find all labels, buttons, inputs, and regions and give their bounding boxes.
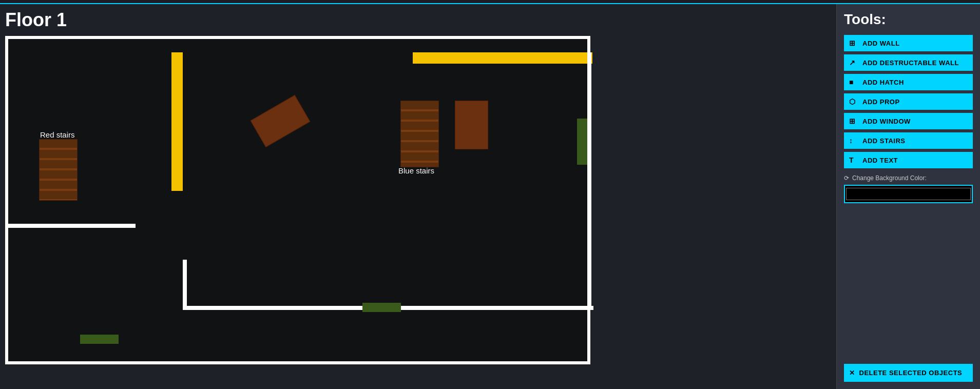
sidebar-title: Tools: <box>844 11 973 28</box>
add-wall-button[interactable]: ⊞ ADD WALL <box>844 35 973 51</box>
prop-brown-center[interactable] <box>251 95 311 147</box>
green-fill-bottom-left <box>80 335 119 344</box>
delete-selected-button[interactable]: ✕ DELETE SELECTED OBJECTS <box>844 364 973 382</box>
red-stairs-label: Red stairs <box>40 130 75 139</box>
prop-brown-right[interactable] <box>455 101 488 149</box>
spacer <box>844 208 973 364</box>
yellow-wall-vertical <box>171 52 183 191</box>
top-bar <box>0 0 980 4</box>
add-hatch-button[interactable]: ■ ADD HATCH <box>844 74 973 90</box>
add-prop-icon: ⬡ <box>849 98 858 106</box>
sidebar: Tools: ⊞ ADD WALL ↗ ADD DESTRUCTABLE WAL… <box>836 4 980 389</box>
add-hatch-icon: ■ <box>849 78 858 86</box>
inner-wall-v2 <box>587 52 591 309</box>
bg-color-section: ⟳ Change Background Color: <box>844 174 973 203</box>
floor-title: Floor 1 <box>5 9 831 31</box>
stairs-red[interactable] <box>39 139 78 201</box>
inner-wall-v1 <box>183 260 187 309</box>
green-fill-right <box>577 119 587 165</box>
add-stairs-icon: ↕ <box>849 137 858 145</box>
main-content: Floor 1 Red stair <box>0 4 980 389</box>
floor-map[interactable]: Red stairs Blue stairs <box>5 36 590 364</box>
canvas-area: Floor 1 Red stair <box>0 4 836 389</box>
add-destructable-wall-button[interactable]: ↗ ADD DESTRUCTABLE WALL <box>844 54 973 71</box>
yellow-wall-horizontal <box>413 52 592 64</box>
bg-color-input[interactable] <box>844 185 973 203</box>
wall-gap <box>444 196 450 226</box>
inner-wall-h1 <box>8 224 136 228</box>
add-stairs-button[interactable]: ↕ ADD STAIRS <box>844 132 973 149</box>
add-text-button[interactable]: T ADD TEXT <box>844 152 973 168</box>
stairs-blue[interactable] <box>400 101 439 167</box>
add-prop-button[interactable]: ⬡ ADD PROP <box>844 93 973 110</box>
green-fill-bottom-center <box>362 303 401 312</box>
add-window-icon: ⊞ <box>849 117 858 125</box>
bg-color-label: ⟳ Change Background Color: <box>844 174 973 182</box>
delete-icon: ✕ <box>849 369 855 377</box>
bg-color-icon: ⟳ <box>844 174 849 182</box>
add-destructable-icon: ↗ <box>849 59 858 67</box>
add-wall-icon: ⊞ <box>849 39 858 47</box>
blue-stairs-label: Blue stairs <box>398 166 434 175</box>
add-window-button[interactable]: ⊞ ADD WINDOW <box>844 113 973 129</box>
add-text-icon: T <box>849 156 858 164</box>
